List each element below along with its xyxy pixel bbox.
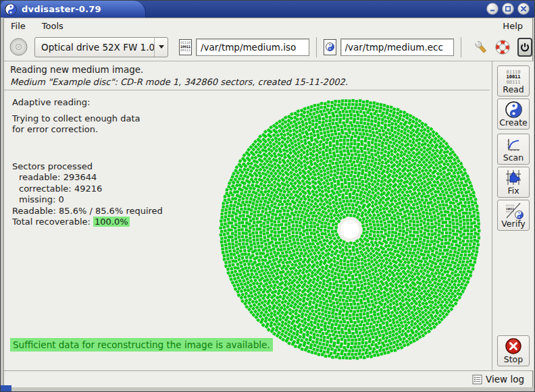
image-file-input[interactable]: [196, 38, 309, 56]
scan-label: Scan: [503, 153, 524, 163]
read-label: Read: [503, 85, 524, 94]
menu-help[interactable]: Help: [503, 21, 523, 31]
lifebuoy-icon: [494, 39, 511, 55]
log-list-icon[interactable]: [472, 374, 482, 385]
scan-chart-icon: [505, 137, 521, 153]
stop-icon: [505, 337, 522, 355]
missing-row: missing: 0: [12, 194, 163, 206]
read-button[interactable]: 01110 10011 00111 Read: [497, 65, 530, 96]
sectors-title: Sectors processed: [12, 161, 163, 173]
ecc-file-input[interactable]: [340, 38, 454, 56]
client-area: File Tools Help Optical drive 52X FW 1.0…: [3, 18, 533, 387]
window-controls: [486, 3, 530, 15]
wrench-icon: [473, 39, 489, 55]
window-resize-corner[interactable]: [1, 385, 11, 391]
correctable-value: 49216: [74, 184, 102, 194]
menu-file[interactable]: File: [11, 21, 26, 31]
stop-label: Stop: [504, 355, 523, 364]
reading-stats-panel: Adaptive reading: Trying to collect enou…: [12, 97, 163, 228]
mode-desc-line2: for error correction.: [12, 124, 163, 136]
statusbar: View log: [4, 370, 532, 387]
missing-label: missing:: [19, 194, 55, 204]
correctable-label: correctable:: [19, 184, 72, 194]
mode-label: Adaptive reading:: [12, 97, 163, 109]
puzzle-piece-icon: [505, 169, 522, 186]
action-sidebar: 01110 10011 00111 Read Create Scan: [492, 61, 534, 370]
scan-button[interactable]: Scan: [497, 134, 530, 165]
yinyang-doc-icon: [326, 43, 334, 51]
verify-label: Verify: [501, 219, 525, 229]
recoverable-value: 100.0%: [93, 217, 130, 227]
correctable-row: correctable: 49216: [12, 184, 163, 195]
sectors-stats: Sectors processed readable: 293644 corre…: [12, 161, 163, 228]
yinyang-icon: [515, 211, 524, 219]
minimize-button[interactable]: [486, 3, 499, 15]
drive-selector-value: Optical drive 52X FW 1.02: [41, 42, 154, 53]
footer-message: Sufficient data for reconstructing the i…: [10, 338, 273, 352]
binary-icon: 01110 10011 00111: [506, 70, 520, 86]
minimize-icon: [489, 5, 496, 12]
ecc-file-icon: [324, 39, 336, 55]
dropdown-arrow: [154, 38, 168, 57]
quit-button[interactable]: [517, 38, 532, 57]
main-content: Adaptive reading: Trying to collect enou…: [4, 90, 490, 370]
help-button[interactable]: [494, 38, 511, 56]
maximize-button[interactable]: [502, 3, 514, 15]
verify-button[interactable]: 01110 10011 00111 Verify: [497, 200, 530, 231]
toolbar: Optical drive 52X FW 1.02 01110 10011 00…: [4, 33, 532, 61]
missing-value: 0: [58, 194, 63, 204]
maximize-icon: [505, 5, 511, 12]
close-button[interactable]: [517, 3, 530, 15]
toolbar-separator: [316, 37, 317, 57]
status-line1: Reading new medium image.: [10, 64, 490, 75]
fix-button[interactable]: Fix: [497, 167, 530, 198]
cd-drive-icon: [9, 38, 28, 56]
fix-label: Fix: [507, 186, 519, 196]
readable-value: 293644: [63, 172, 97, 182]
status-header: Reading new medium image. Medium "Exampl…: [4, 61, 490, 90]
readable-percentage-line: Readable: 85.6% / 85.6% required: [12, 206, 163, 217]
image-file-icon: 01110 10011 00111: [179, 39, 192, 55]
toolbar-separator: [461, 37, 461, 57]
status-line2: Medium "Example disc": CD-R mode 1, 3428…: [10, 77, 490, 87]
create-button[interactable]: Create: [497, 99, 530, 130]
drive-selector-dropdown[interactable]: Optical drive 52X FW 1.02: [34, 37, 168, 57]
medium-spiral-canvas: [216, 96, 484, 363]
recoverable-row: Total recoverable: 100.0%: [12, 217, 163, 228]
close-icon: [520, 5, 527, 12]
menubar: File Tools Help: [4, 18, 532, 33]
preferences-button[interactable]: [473, 38, 489, 56]
yinyang-icon: [505, 101, 522, 118]
power-icon: [519, 41, 531, 53]
recoverable-label: Total recoverable:: [12, 217, 91, 227]
mode-desc-line1: Trying to collect enough data: [12, 113, 163, 125]
app-window: dvdisaster-0.79 File Tools Help: [0, 0, 535, 392]
titlebar[interactable]: dvdisaster-0.79: [1, 1, 534, 18]
verify-compare-icon: 01110 10011 00111: [503, 202, 524, 219]
view-log-toggle[interactable]: View log: [486, 374, 524, 385]
readable-label: readable:: [19, 172, 60, 182]
app-logo-yinyang-icon: [5, 3, 17, 16]
menu-tools[interactable]: Tools: [42, 21, 63, 31]
binary-row: 00111: [180, 49, 190, 53]
window-title: dvdisaster-0.79: [22, 4, 101, 14]
create-label: Create: [499, 118, 528, 128]
readable-row: readable: 293644: [12, 172, 163, 184]
stop-button[interactable]: Stop: [497, 335, 530, 366]
titlebar-tab: dvdisaster-0.79: [1, 1, 146, 18]
